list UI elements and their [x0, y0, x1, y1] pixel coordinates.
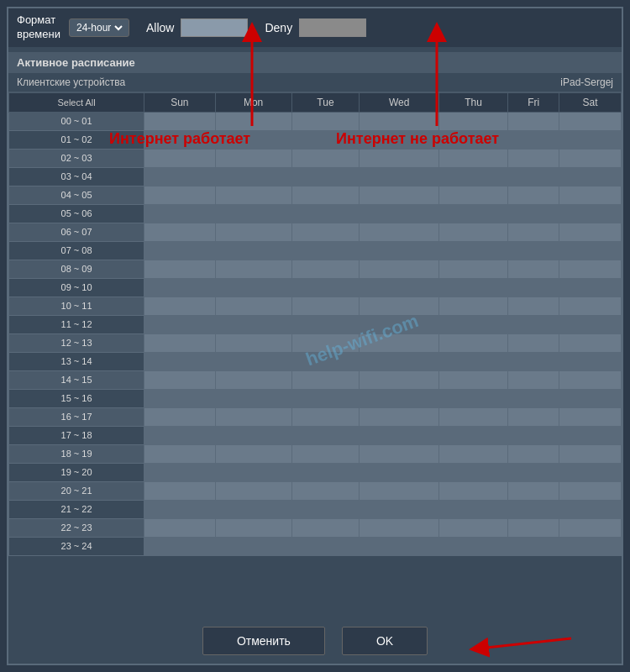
table-row[interactable]: 12 ~ 13	[9, 333, 622, 352]
day-cell[interactable]	[360, 297, 438, 315]
day-cell[interactable]	[559, 370, 622, 389]
day-cell[interactable]	[144, 223, 216, 241]
day-cell[interactable]	[215, 186, 291, 204]
day-cell[interactable]	[360, 278, 438, 297]
day-cell[interactable]	[559, 500, 622, 518]
table-row[interactable]: 00 ~ 01	[9, 112, 622, 130]
day-cell[interactable]	[438, 444, 507, 463]
day-cell[interactable]	[291, 352, 360, 370]
day-cell[interactable]	[508, 481, 559, 500]
day-cell[interactable]	[360, 112, 438, 130]
day-cell[interactable]	[508, 167, 559, 186]
day-cell[interactable]	[144, 130, 216, 149]
day-cell[interactable]	[559, 315, 622, 333]
day-cell[interactable]	[215, 204, 291, 223]
day-cell[interactable]	[508, 149, 559, 167]
day-cell[interactable]	[360, 149, 438, 167]
day-cell[interactable]	[559, 352, 622, 370]
day-cell[interactable]	[291, 407, 360, 426]
day-cell[interactable]	[215, 481, 291, 500]
day-cell[interactable]	[291, 297, 360, 315]
day-cell[interactable]	[508, 444, 559, 463]
day-cell[interactable]	[559, 463, 622, 481]
day-cell[interactable]	[559, 130, 622, 149]
day-cell[interactable]	[360, 130, 438, 149]
day-cell[interactable]	[291, 241, 360, 260]
day-cell[interactable]	[438, 481, 507, 500]
day-cell[interactable]	[360, 481, 438, 500]
table-row[interactable]: 05 ~ 06	[9, 204, 622, 223]
day-cell[interactable]	[215, 223, 291, 241]
day-cell[interactable]	[508, 260, 559, 278]
table-row[interactable]: 18 ~ 19	[9, 444, 622, 463]
day-cell[interactable]	[438, 389, 507, 407]
table-row[interactable]: 19 ~ 20	[9, 463, 622, 481]
day-cell[interactable]	[438, 518, 507, 537]
day-cell[interactable]	[144, 167, 216, 186]
day-cell[interactable]	[215, 130, 291, 149]
day-cell[interactable]	[438, 370, 507, 389]
day-cell[interactable]	[291, 315, 360, 333]
day-cell[interactable]	[360, 204, 438, 223]
day-cell[interactable]	[291, 463, 360, 481]
day-cell[interactable]	[559, 278, 622, 297]
day-cell[interactable]	[215, 297, 291, 315]
day-cell[interactable]	[508, 463, 559, 481]
day-cell[interactable]	[508, 426, 559, 444]
day-cell[interactable]	[438, 167, 507, 186]
day-cell[interactable]	[360, 260, 438, 278]
day-cell[interactable]	[215, 167, 291, 186]
time-format-selector[interactable]: 24-hour 12-hour	[69, 18, 129, 37]
day-cell[interactable]	[291, 149, 360, 167]
day-cell[interactable]	[438, 278, 507, 297]
day-cell[interactable]	[360, 444, 438, 463]
table-row[interactable]: 09 ~ 10	[9, 278, 622, 297]
day-cell[interactable]	[215, 426, 291, 444]
day-cell[interactable]	[438, 537, 507, 555]
day-cell[interactable]	[291, 426, 360, 444]
day-cell[interactable]	[144, 481, 216, 500]
table-row[interactable]: 16 ~ 17	[9, 407, 622, 426]
day-cell[interactable]	[215, 278, 291, 297]
day-cell[interactable]	[508, 352, 559, 370]
day-cell[interactable]	[291, 518, 360, 537]
day-cell[interactable]	[291, 500, 360, 518]
day-cell[interactable]	[508, 518, 559, 537]
day-cell[interactable]	[559, 389, 622, 407]
table-row[interactable]: 15 ~ 16	[9, 389, 622, 407]
day-cell[interactable]	[144, 278, 216, 297]
day-cell[interactable]	[291, 167, 360, 186]
ok-button[interactable]: OK	[342, 627, 428, 655]
day-cell[interactable]	[360, 463, 438, 481]
day-cell[interactable]	[559, 481, 622, 500]
day-cell[interactable]	[508, 537, 559, 555]
table-row[interactable]: 02 ~ 03	[9, 149, 622, 167]
day-cell[interactable]	[438, 223, 507, 241]
table-row[interactable]: 10 ~ 11	[9, 297, 622, 315]
day-cell[interactable]	[438, 426, 507, 444]
day-cell[interactable]	[144, 518, 216, 537]
day-cell[interactable]	[291, 444, 360, 463]
day-cell[interactable]	[144, 426, 216, 444]
day-cell[interactable]	[215, 241, 291, 260]
day-cell[interactable]	[360, 186, 438, 204]
day-cell[interactable]	[144, 149, 216, 167]
day-cell[interactable]	[215, 407, 291, 426]
day-cell[interactable]	[438, 260, 507, 278]
day-cell[interactable]	[215, 500, 291, 518]
day-cell[interactable]	[438, 204, 507, 223]
day-cell[interactable]	[438, 241, 507, 260]
day-cell[interactable]	[559, 333, 622, 352]
day-cell[interactable]	[438, 352, 507, 370]
table-row[interactable]: 21 ~ 22	[9, 500, 622, 518]
day-cell[interactable]	[438, 500, 507, 518]
day-cell[interactable]	[559, 149, 622, 167]
day-cell[interactable]	[144, 500, 216, 518]
table-row[interactable]: 13 ~ 14	[9, 352, 622, 370]
day-cell[interactable]	[508, 186, 559, 204]
day-cell[interactable]	[215, 444, 291, 463]
day-cell[interactable]	[559, 260, 622, 278]
table-row[interactable]: 20 ~ 21	[9, 481, 622, 500]
day-cell[interactable]	[508, 112, 559, 130]
day-cell[interactable]	[291, 204, 360, 223]
